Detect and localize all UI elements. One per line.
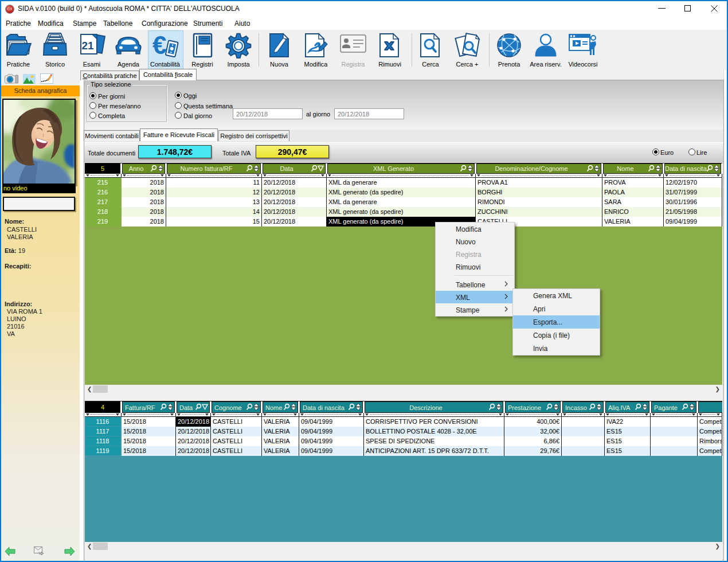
svg-text:21: 21: [81, 40, 94, 52]
svg-text:€: €: [152, 32, 166, 58]
